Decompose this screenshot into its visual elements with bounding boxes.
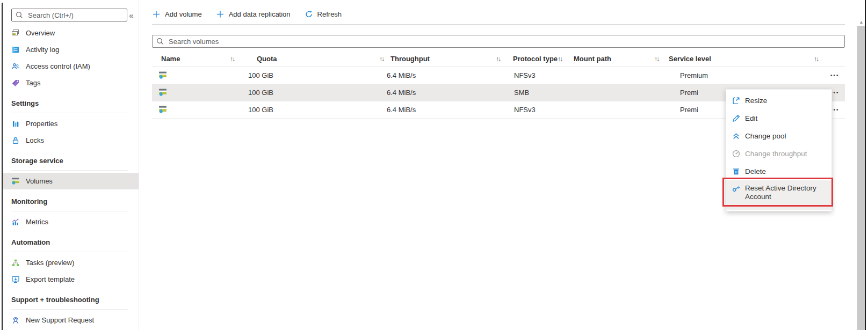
volumes-search-box[interactable] bbox=[152, 35, 845, 48]
double-chevron-up-icon bbox=[732, 131, 741, 141]
sidebar-section-monitoring: Monitoring bbox=[3, 197, 139, 207]
sidebar-item-overview[interactable]: Overview bbox=[3, 25, 139, 41]
plus-icon bbox=[152, 10, 161, 18]
properties-icon bbox=[11, 120, 20, 128]
cell-quota: 100 GiB bbox=[248, 67, 273, 84]
sort-icon[interactable]: ↑↓ bbox=[814, 51, 820, 67]
sidebar-collapse-button[interactable]: « bbox=[127, 11, 135, 20]
section-divider bbox=[11, 309, 128, 310]
support-headset-icon bbox=[11, 316, 20, 325]
sidebar-item-new-support-request[interactable]: New Support Request bbox=[3, 312, 139, 328]
cell-service-level: Premium bbox=[680, 101, 698, 118]
section-divider bbox=[11, 252, 128, 252]
metrics-icon bbox=[11, 218, 20, 226]
cell-protocol: NFSv3 bbox=[514, 67, 536, 84]
sidebar-item-tags[interactable]: Tags bbox=[3, 75, 139, 91]
sidebar-item-volumes[interactable]: Volumes bbox=[3, 173, 139, 189]
sidebar-item-label: Volumes bbox=[26, 177, 53, 185]
sidebar-item-label: New Support Request bbox=[26, 316, 94, 324]
section-divider bbox=[11, 113, 128, 113]
sort-icon[interactable]: ↑↓ bbox=[558, 51, 564, 67]
add-volume-label: Add volume bbox=[165, 10, 202, 18]
cell-throughput: 6.4 MiB/s bbox=[387, 84, 416, 101]
right-edge-divider bbox=[865, 0, 866, 330]
refresh-icon bbox=[305, 10, 313, 18]
section-divider bbox=[11, 170, 128, 171]
volume-icon bbox=[11, 177, 20, 186]
sidebar: « Overview Activity log bbox=[3, 0, 139, 330]
sidebar-item-metrics[interactable]: Metrics bbox=[3, 214, 139, 230]
sidebar-item-label: Locks bbox=[26, 136, 44, 144]
table-header: Name ↑↓ Quota ↑↓ Throughput ↑↓ Protocol … bbox=[152, 51, 845, 67]
sidebar-item-label: Activity log bbox=[26, 46, 59, 54]
sidebar-item-label: Tags bbox=[26, 79, 40, 87]
column-header-mount-path[interactable]: Mount path bbox=[574, 51, 611, 67]
add-volume-button[interactable]: Add volume bbox=[152, 10, 202, 18]
volume-icon bbox=[158, 71, 168, 80]
plus-icon bbox=[216, 10, 225, 18]
sort-icon[interactable]: ↑↓ bbox=[379, 51, 386, 67]
refresh-label: Refresh bbox=[317, 10, 342, 18]
export-template-icon bbox=[11, 275, 20, 284]
column-header-protocol[interactable]: Protocol type bbox=[513, 51, 558, 67]
menu-item-label: Resize bbox=[745, 97, 767, 105]
sidebar-item-label: Export template bbox=[26, 275, 75, 283]
sidebar-item-export-template[interactable]: Export template bbox=[3, 271, 139, 288]
column-header-name[interactable]: Name bbox=[161, 51, 180, 67]
cell-quota: 100 GiB bbox=[248, 101, 273, 118]
sidebar-item-label: Access control (IAM) bbox=[26, 62, 90, 70]
command-bar: Add volume Add data replication Refresh bbox=[152, 7, 342, 21]
sidebar-item-access-control[interactable]: Access control (IAM) bbox=[3, 58, 139, 75]
gauge-icon bbox=[732, 149, 741, 158]
volumes-search-input[interactable] bbox=[168, 37, 841, 46]
search-icon bbox=[156, 37, 164, 46]
trash-icon bbox=[732, 167, 741, 176]
people-icon bbox=[11, 62, 20, 71]
scrollbar-up-button[interactable]: ▲ bbox=[858, 19, 865, 25]
column-header-service-level[interactable]: Service level bbox=[669, 51, 711, 67]
sidebar-section-settings: Settings bbox=[3, 99, 139, 108]
column-header-throughput[interactable]: Throughput bbox=[390, 51, 430, 67]
refresh-button[interactable]: Refresh bbox=[305, 10, 342, 18]
command-bar-divider bbox=[152, 24, 845, 25]
menu-item-reset-active-directory-account[interactable]: Reset Active Directory Account bbox=[726, 180, 831, 210]
menu-item-change-pool[interactable]: Change pool bbox=[726, 127, 831, 145]
cell-protocol: SMB bbox=[514, 84, 529, 101]
cell-throughput: 6.4 MiB/s bbox=[387, 67, 416, 84]
sort-icon[interactable]: ↑↓ bbox=[654, 51, 661, 67]
sidebar-item-activity-log[interactable]: Activity log bbox=[3, 41, 139, 58]
add-data-replication-button[interactable]: Add data replication bbox=[216, 10, 291, 18]
menu-item-change-throughput: Change throughput bbox=[726, 145, 831, 163]
cell-protocol: NFSv3 bbox=[514, 101, 536, 118]
menu-item-delete[interactable]: Delete bbox=[726, 163, 831, 180]
row-context-menu: Resize Edit Change pool Change throughpu… bbox=[726, 89, 832, 211]
sidebar-item-label: Overview bbox=[26, 29, 55, 37]
menu-item-label: Change throughput bbox=[745, 150, 807, 158]
menu-item-edit[interactable]: Edit bbox=[726, 109, 831, 127]
sort-icon[interactable]: ↑↓ bbox=[230, 51, 236, 67]
tag-icon bbox=[11, 79, 20, 87]
sidebar-item-locks[interactable]: Locks bbox=[3, 132, 139, 149]
sidebar-item-label: Properties bbox=[26, 120, 57, 128]
overview-icon bbox=[11, 29, 20, 38]
column-header-quota[interactable]: Quota bbox=[257, 51, 277, 67]
sidebar-item-properties[interactable]: Properties bbox=[3, 115, 139, 132]
scrollbar-thumb[interactable] bbox=[857, 26, 865, 330]
volume-icon bbox=[158, 88, 168, 97]
menu-item-label: Change pool bbox=[745, 132, 786, 140]
key-icon bbox=[732, 184, 741, 193]
sidebar-search-input[interactable] bbox=[27, 11, 124, 20]
cell-throughput: 6.4 MiB/s bbox=[387, 101, 416, 118]
sidebar-search-row: « bbox=[11, 9, 135, 21]
row-more-button[interactable]: ••• bbox=[830, 67, 840, 84]
sidebar-item-tasks-preview[interactable]: Tasks (preview) bbox=[3, 254, 139, 271]
menu-item-label: Reset Active Directory Account bbox=[745, 184, 826, 201]
resize-icon bbox=[732, 96, 741, 105]
menu-item-resize[interactable]: Resize bbox=[726, 92, 831, 109]
cell-quota: 100 GiB bbox=[248, 84, 273, 101]
table-row[interactable]: 100 GiB 6.4 MiB/s NFSv3 Premium ••• bbox=[152, 67, 845, 84]
sort-icon[interactable]: ↑↓ bbox=[496, 51, 502, 67]
menu-item-label: Delete bbox=[745, 167, 766, 175]
cell-service-level: Premium bbox=[680, 67, 708, 84]
sidebar-search-box[interactable] bbox=[11, 9, 127, 21]
